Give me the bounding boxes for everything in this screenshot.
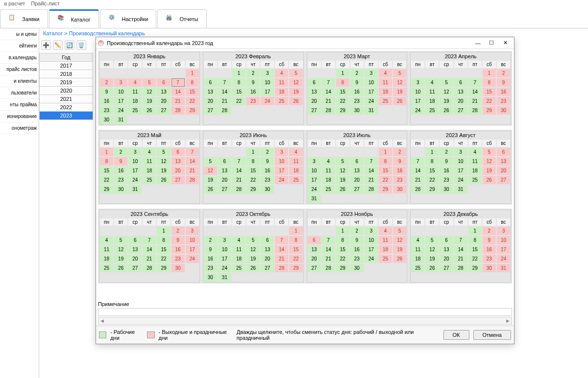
day-cell[interactable]: 5	[156, 147, 171, 157]
day-cell[interactable]: 26	[392, 254, 407, 263]
day-cell[interactable]: 17	[218, 254, 232, 263]
day-cell[interactable]: 16	[439, 166, 453, 175]
day-cell[interactable]: 5	[336, 157, 350, 166]
day-cell[interactable]: 9	[439, 157, 453, 166]
day-cell[interactable]: 28	[185, 175, 199, 185]
day-cell[interactable]: 10	[274, 157, 289, 166]
day-cell[interactable]: 31	[454, 185, 468, 194]
day-cell[interactable]: 10	[260, 78, 274, 87]
day-cell[interactable]: 22	[156, 254, 171, 263]
day-cell[interactable]: 17	[260, 87, 274, 96]
day-cell[interactable]: 25	[274, 96, 289, 106]
day-cell[interactable]: 15	[482, 87, 496, 96]
day-cell[interactable]: 20	[260, 254, 274, 263]
day-cell[interactable]: 12	[203, 166, 218, 175]
day-cell[interactable]: 4	[378, 69, 392, 78]
day-cell[interactable]: 22	[289, 254, 303, 263]
day-cell[interactable]: 3	[260, 69, 274, 78]
day-cell[interactable]: 10	[114, 87, 128, 96]
day-cell[interactable]: 25	[321, 185, 336, 194]
day-cell[interactable]: 29	[336, 263, 350, 273]
day-cell[interactable]: 16	[203, 254, 218, 263]
day-cell[interactable]: 29	[378, 185, 392, 194]
breadcrumb-root[interactable]: Каталог	[43, 30, 63, 36]
day-cell[interactable]: 2	[171, 226, 185, 236]
sidebar-item[interactable]: и клиенты	[0, 75, 39, 87]
day-cell[interactable]: 6	[203, 78, 218, 87]
day-cell[interactable]: 11	[128, 87, 142, 96]
sidebar-item[interactable]: ейтинги	[0, 40, 39, 52]
day-cell[interactable]: 31	[128, 185, 142, 194]
day-cell[interactable]: 21	[454, 254, 468, 263]
day-cell[interactable]: 28	[411, 185, 425, 194]
day-cell[interactable]: 5	[482, 147, 496, 157]
day-cell[interactable]: 9	[350, 236, 364, 245]
day-cell[interactable]: 14	[218, 87, 232, 96]
day-cell[interactable]: 12	[289, 78, 303, 87]
day-cell[interactable]: 8	[185, 78, 199, 87]
day-cell[interactable]: 23	[350, 96, 364, 106]
day-cell[interactable]: 8	[232, 78, 246, 87]
day-cell[interactable]: 13	[260, 245, 274, 254]
day-cell[interactable]: 23	[260, 175, 274, 185]
day-cell[interactable]: 5	[392, 69, 407, 78]
day-cell[interactable]: 8	[336, 78, 350, 87]
cancel-button[interactable]: Отмена	[473, 330, 511, 340]
day-cell[interactable]: 1	[289, 226, 303, 236]
day-cell[interactable]: 15	[468, 245, 482, 254]
day-cell[interactable]: 27	[218, 185, 232, 194]
day-cell[interactable]: 19	[142, 96, 156, 106]
day-cell[interactable]: 2	[350, 226, 364, 236]
day-cell[interactable]: 19	[203, 175, 218, 185]
day-cell[interactable]: 24	[454, 175, 468, 185]
day-cell[interactable]: 30	[114, 185, 128, 194]
day-cell[interactable]: 8	[482, 78, 496, 87]
day-cell[interactable]: 21	[142, 254, 156, 263]
day-cell[interactable]: 27	[439, 263, 453, 273]
day-cell[interactable]: 29	[425, 185, 439, 194]
day-cell[interactable]: 14	[185, 157, 199, 166]
day-cell[interactable]: 3	[274, 147, 289, 157]
day-cell[interactable]: 19	[392, 87, 407, 96]
day-cell[interactable]: 19	[439, 96, 453, 106]
day-cell[interactable]: 25	[289, 175, 303, 185]
day-cell[interactable]: 28	[142, 263, 156, 273]
day-cell[interactable]: 15	[246, 166, 260, 175]
day-cell[interactable]: 26	[289, 96, 303, 106]
day-cell[interactable]: 1	[232, 69, 246, 78]
day-cell[interactable]: 9	[482, 236, 496, 245]
day-cell[interactable]: 17	[364, 87, 378, 96]
day-cell[interactable]: 20	[128, 254, 142, 263]
day-cell[interactable]: 1	[378, 147, 392, 157]
day-cell[interactable]: 24	[411, 106, 425, 115]
day-cell[interactable]: 9	[246, 78, 260, 87]
day-cell[interactable]: 25	[128, 106, 142, 115]
day-cell[interactable]: 26	[392, 96, 407, 106]
day-cell[interactable]: 23	[496, 96, 511, 106]
day-cell[interactable]: 19	[156, 166, 171, 175]
day-cell[interactable]: 23	[203, 263, 218, 273]
day-cell[interactable]: 27	[260, 263, 274, 273]
day-cell[interactable]: 27	[156, 106, 171, 115]
day-cell[interactable]: 4	[99, 236, 114, 245]
day-cell[interactable]: 25	[468, 175, 482, 185]
day-cell[interactable]: 28	[364, 185, 378, 194]
day-cell[interactable]: 3	[364, 226, 378, 236]
day-cell[interactable]: 26	[114, 263, 128, 273]
day-cell[interactable]: 15	[232, 87, 246, 96]
day-cell[interactable]: 15	[99, 166, 114, 175]
day-cell[interactable]: 23	[114, 175, 128, 185]
day-cell[interactable]: 3	[114, 78, 128, 87]
day-cell[interactable]: 31	[307, 194, 321, 203]
day-cell[interactable]: 2	[439, 147, 453, 157]
day-cell[interactable]: 2	[260, 147, 274, 157]
day-cell[interactable]: 16	[260, 166, 274, 175]
day-cell[interactable]: 31	[114, 115, 128, 124]
day-cell[interactable]: 20	[454, 96, 468, 106]
ok-button[interactable]: ОК	[443, 330, 469, 340]
day-cell[interactable]: 31	[364, 106, 378, 115]
day-cell[interactable]: 20	[218, 175, 232, 185]
day-cell[interactable]: 12	[156, 157, 171, 166]
day-cell[interactable]: 26	[246, 263, 260, 273]
year-row[interactable]: 2018	[39, 70, 93, 78]
